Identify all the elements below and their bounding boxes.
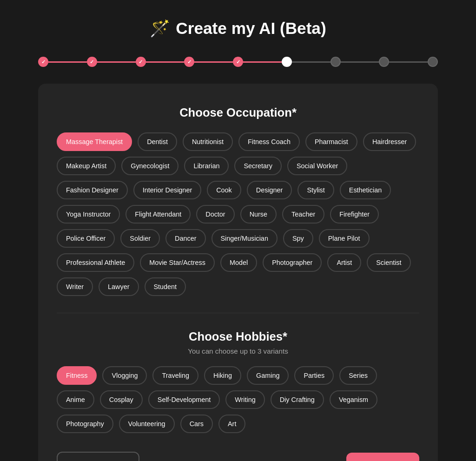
hobby-tag[interactable]: Cosplay xyxy=(100,390,143,409)
progress-step-8 xyxy=(379,57,389,67)
occupation-tag[interactable]: Dancer xyxy=(165,229,205,248)
occupation-tag[interactable]: Nutritionist xyxy=(183,132,233,151)
occupation-tag[interactable]: Interior Designer xyxy=(133,181,201,199)
occupation-tag[interactable]: Spy xyxy=(283,229,313,248)
hobbies-title: Choose Hobbies* xyxy=(57,330,419,343)
main-card: Choose Occupation* Massage TherapistDent… xyxy=(38,84,438,461)
occupation-tag[interactable]: Social Worker xyxy=(287,157,347,175)
navigation-row: ← Previous Next → xyxy=(57,452,419,461)
progress-step-2: ✓ xyxy=(87,57,97,67)
occupation-title: Choose Occupation* xyxy=(57,106,419,119)
hobbies-tags: FitnessVloggingTravelingHikingGamingPart… xyxy=(57,366,419,433)
occupation-tag[interactable]: Pharmacist xyxy=(305,132,357,151)
hobby-tag[interactable]: Traveling xyxy=(152,366,198,385)
progress-segment-3 xyxy=(194,61,233,63)
occupation-tag[interactable]: Stylist xyxy=(298,181,334,199)
occupation-tag[interactable]: Yoga Instructor xyxy=(57,205,120,224)
hobby-tag[interactable]: Fitness xyxy=(57,366,97,385)
hobby-tag[interactable]: Parties xyxy=(294,366,334,385)
hobby-tag[interactable]: Cars xyxy=(180,415,213,433)
progress-segment-0 xyxy=(48,61,87,63)
next-button[interactable]: Next → xyxy=(346,453,419,461)
progress-segment-7 xyxy=(389,61,428,63)
hobbies-subtitle: You can choose up to 3 variants xyxy=(57,347,419,355)
progress-segment-2 xyxy=(146,61,185,63)
occupation-tag[interactable]: Nurse xyxy=(240,205,277,224)
hobby-tag[interactable]: Vlogging xyxy=(102,366,147,385)
page-title: 🪄 Create my AI (Beta) xyxy=(150,19,326,38)
occupation-tag[interactable]: Librarian xyxy=(184,157,229,175)
occupation-tag[interactable]: Cook xyxy=(207,181,241,199)
section-divider xyxy=(57,313,419,313)
previous-button[interactable]: ← Previous xyxy=(57,452,139,461)
occupation-tag[interactable]: Student xyxy=(145,277,186,296)
occupation-tag[interactable]: Writer xyxy=(57,277,93,296)
occupation-tag[interactable]: Secretary xyxy=(234,157,282,175)
hobby-tag[interactable]: Volunteering xyxy=(119,415,175,433)
occupation-tag[interactable]: Movie Star/Actress xyxy=(140,253,215,272)
occupation-tag[interactable]: Photographer xyxy=(263,253,322,272)
occupation-tag[interactable]: Hairdresser xyxy=(363,132,416,151)
occupation-tag[interactable]: Plane Pilot xyxy=(319,229,370,248)
hobby-tag[interactable]: Diy Crafting xyxy=(271,390,324,409)
occupation-tag[interactable]: Doctor xyxy=(196,205,234,224)
hobby-tag[interactable]: Art xyxy=(218,415,245,433)
progress-step-7 xyxy=(331,57,341,67)
occupation-tag[interactable]: Police Officer xyxy=(57,229,115,248)
hobby-tag[interactable]: Photography xyxy=(57,415,113,433)
progress-step-5: ✓ xyxy=(233,57,243,67)
occupation-tag[interactable]: Artist xyxy=(327,253,361,272)
occupation-tag[interactable]: Teacher xyxy=(282,205,324,224)
occupation-tag[interactable]: Firefighter xyxy=(330,205,379,224)
hobby-tag[interactable]: Anime xyxy=(57,390,94,409)
occupation-tag[interactable]: Scientist xyxy=(367,253,410,272)
progress-segment-1 xyxy=(97,61,136,63)
progress-step-9 xyxy=(428,57,438,67)
progress-step-4: ✓ xyxy=(184,57,194,67)
occupation-tag[interactable]: Dentist xyxy=(138,132,177,151)
progress-step-1: ✓ xyxy=(38,57,48,67)
occupation-tags: Massage TherapistDentistNutritionistFitn… xyxy=(57,132,419,296)
occupation-tag[interactable]: Fashion Designer xyxy=(57,181,128,199)
occupation-tag[interactable]: Soldier xyxy=(120,229,160,248)
progress-segment-5 xyxy=(292,61,331,63)
occupation-tag[interactable]: Makeup Artist xyxy=(57,157,116,175)
occupation-tag[interactable]: Massage Therapist xyxy=(57,132,132,151)
hobby-tag[interactable]: Veganism xyxy=(330,390,377,409)
occupation-tag[interactable]: Lawyer xyxy=(99,277,139,296)
hobby-tag[interactable]: Series xyxy=(339,366,377,385)
progress-bar: ✓✓✓✓✓ xyxy=(38,57,438,67)
progress-segment-4 xyxy=(243,61,282,63)
occupation-tag[interactable]: Gynecologist xyxy=(121,157,178,175)
hobby-tag[interactable]: Hiking xyxy=(204,366,241,385)
pencil-icon: 🪄 xyxy=(150,19,170,38)
hobby-tag[interactable]: Gaming xyxy=(247,366,289,385)
hobby-tag[interactable]: Writing xyxy=(225,390,265,409)
progress-step-6 xyxy=(282,57,292,67)
occupation-tag[interactable]: Singer/Musician xyxy=(212,229,278,248)
occupation-tag[interactable]: Fitness Coach xyxy=(238,132,300,151)
hobby-tag[interactable]: Self-Development xyxy=(148,390,220,409)
occupation-tag[interactable]: Designer xyxy=(247,181,292,199)
occupation-tag[interactable]: Esthetician xyxy=(340,181,391,199)
progress-step-3: ✓ xyxy=(136,57,146,67)
occupation-tag[interactable]: Model xyxy=(220,253,257,272)
occupation-tag[interactable]: Professional Athlete xyxy=(57,253,134,272)
progress-segment-6 xyxy=(341,61,379,63)
occupation-tag[interactable]: Flight Attendant xyxy=(126,205,191,224)
